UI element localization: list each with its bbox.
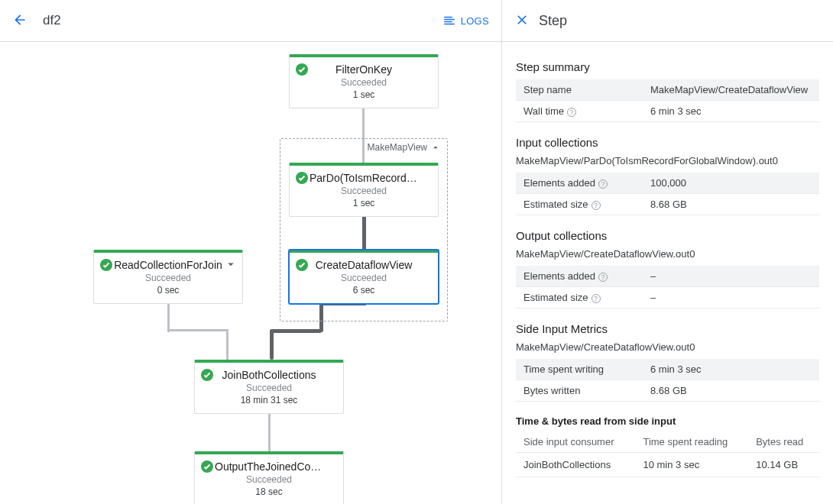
job-graph[interactable]: MakeMapView FilterOnKey Succeeded 1 sec … [0, 42, 501, 504]
node-status: Succeeded [296, 273, 432, 283]
node-time: 18 min 31 sec [201, 395, 337, 405]
node-status: Succeeded [296, 186, 432, 196]
node-name: ParDo(ToIsmRecordFor… [296, 172, 432, 184]
node-output-joined[interactable]: OutputTheJoinedCollec… Succeeded 18 sec [194, 451, 344, 504]
table-row[interactable]: JoinBothCollections 10 min 3 sec 10.14 G… [516, 453, 819, 477]
panel-title: Step [539, 13, 567, 29]
status-check-icon [296, 259, 308, 271]
arrow-left-icon [12, 12, 28, 27]
cell-val: 8.68 GB [643, 380, 819, 402]
col-consumer: Side input consumer [516, 431, 635, 453]
table-row: Elements added? 100,000 [516, 173, 819, 194]
table-header-row: Side input consumer Time spent reading B… [516, 431, 819, 453]
node-pardo[interactable]: ParDo(ToIsmRecordFor… Succeeded 1 sec [289, 163, 439, 217]
col-time: Time spent reading [635, 431, 748, 453]
back-button[interactable] [12, 12, 28, 30]
status-check-icon [296, 172, 308, 184]
cell-key: Bytes written [516, 380, 643, 402]
status-check-icon [201, 369, 213, 381]
cell-key: Elements added? [516, 266, 643, 287]
status-check-icon [100, 259, 112, 271]
cell-val: 6 min 3 sec [643, 359, 819, 380]
node-status: Succeeded [100, 273, 236, 283]
node-time: 1 sec [296, 198, 432, 208]
node-join-both-collections[interactable]: JoinBothCollections Succeeded 18 min 31 … [194, 360, 344, 414]
node-create-dataflow-view[interactable]: CreateDataflowView Succeeded 6 sec [289, 250, 439, 304]
cell-key: Estimated size? [516, 287, 643, 309]
table-row: Estimated size? 8.68 GB [516, 194, 819, 215]
cell-time: 10 min 3 sec [635, 453, 748, 477]
cell-consumer: JoinBothCollections [516, 453, 635, 477]
details-body: Step summary Step name MakeMapView/Creat… [502, 42, 833, 504]
cell-key: Time spent writing [516, 359, 643, 380]
table-row: Estimated size? – [516, 287, 819, 309]
node-status: Succeeded [296, 77, 432, 88]
help-icon[interactable]: ? [567, 108, 576, 117]
node-time: 18 sec [201, 486, 337, 497]
node-filter-on-key[interactable]: FilterOnKey Succeeded 1 sec [289, 54, 439, 108]
output-collections-table: Elements added? – Estimated size? – [516, 266, 819, 309]
logs-button[interactable]: LOGS [442, 14, 489, 27]
node-name: OutputTheJoinedCollec… [201, 460, 337, 473]
chevron-down-icon[interactable] [224, 257, 238, 271]
side-input-reads-table: Side input consumer Time spent reading B… [516, 431, 819, 477]
node-time: 0 sec [100, 285, 236, 296]
close-icon [514, 12, 530, 27]
node-read-collection[interactable]: ReadCollectionForJoin Succeeded 0 sec [93, 250, 243, 304]
help-icon[interactable]: ? [592, 201, 601, 210]
section-side-input: Side Input Metrics [516, 322, 819, 335]
job-title: df2 [43, 13, 61, 28]
section-output-collections: Output collections [516, 229, 819, 242]
cell-val: – [643, 266, 819, 287]
details-toolbar: Step [502, 0, 833, 42]
table-row: Step name MakeMapView/CreateDataflowView [516, 79, 819, 101]
output-collection-name: MakeMapView/CreateDataflowView.out0 [516, 248, 819, 260]
node-name: CreateDataflowView [296, 259, 432, 271]
cell-val: MakeMapView/CreateDataflowView [643, 79, 819, 101]
node-time: 1 sec [296, 89, 432, 100]
help-icon[interactable]: ? [598, 179, 608, 189]
close-button[interactable] [514, 12, 530, 30]
node-status: Succeeded [201, 383, 337, 393]
node-status: Succeeded [201, 474, 337, 485]
chevron-up-icon [430, 142, 441, 153]
cell-key: Wall time? [516, 101, 643, 122]
table-row: Wall time? 6 min 3 sec [516, 101, 819, 122]
section-input-collections: Input collections [516, 136, 819, 149]
group-label-text: MakeMapView [368, 142, 427, 153]
cell-val: 8.68 GB [643, 194, 819, 215]
help-icon[interactable]: ? [592, 294, 601, 303]
node-name: FilterOnKey [296, 63, 432, 76]
side-input-kv-table: Time spent writing 6 min 3 sec Bytes wri… [516, 359, 819, 402]
col-bytes: Bytes read [748, 431, 819, 453]
node-time: 6 sec [296, 285, 432, 296]
table-row: Time spent writing 6 min 3 sec [516, 359, 819, 380]
table-row: Bytes written 8.68 GB [516, 380, 819, 402]
side-input-reads-title: Time & bytes read from side input [516, 415, 819, 427]
status-check-icon [296, 63, 308, 76]
group-toggle[interactable]: MakeMapView [368, 142, 441, 153]
help-icon[interactable]: ? [598, 273, 608, 282]
cell-key: Elements added? [516, 173, 643, 194]
cell-bytes: 10.14 GB [748, 453, 819, 477]
input-collections-table: Elements added? 100,000 Estimated size? … [516, 173, 819, 215]
left-toolbar: df2 LOGS [0, 0, 501, 42]
input-collection-name: MakeMapView/ParDo(ToIsmRecordForGlobalWi… [516, 155, 819, 166]
cell-val: 6 min 3 sec [643, 101, 819, 122]
cell-key: Estimated size? [516, 194, 643, 215]
node-name: JoinBothCollections [201, 369, 337, 381]
table-row: Elements added? – [516, 266, 819, 287]
logs-icon [442, 14, 456, 27]
cell-val: 100,000 [643, 173, 819, 194]
side-input-name: MakeMapView/CreateDataflowView.out0 [516, 341, 819, 353]
node-name: ReadCollectionForJoin [100, 259, 236, 271]
section-step-summary: Step summary [516, 60, 819, 73]
status-check-icon [201, 460, 213, 473]
cell-key: Step name [516, 79, 643, 101]
logs-label: LOGS [461, 15, 489, 27]
step-summary-table: Step name MakeMapView/CreateDataflowView… [516, 79, 819, 122]
cell-val: – [643, 287, 819, 309]
